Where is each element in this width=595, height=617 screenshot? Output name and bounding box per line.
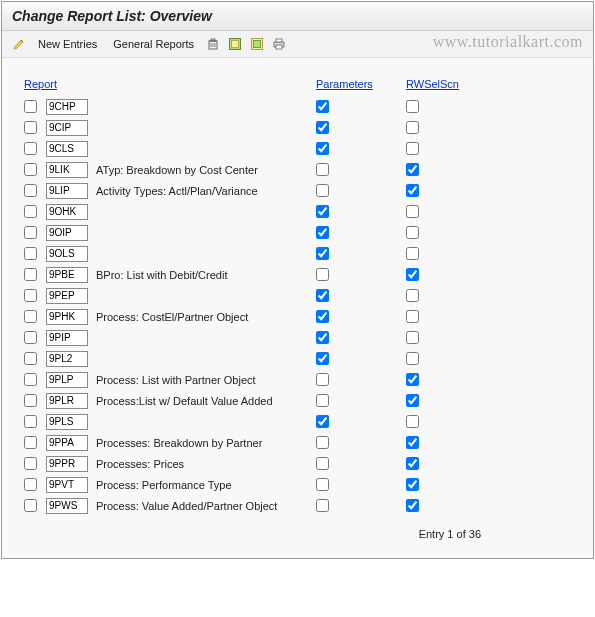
- table-header: Report Parameters RWSelScn: [24, 76, 571, 96]
- deselect-all-icon[interactable]: [248, 35, 266, 53]
- parameters-checkbox[interactable]: [316, 268, 329, 281]
- header-report[interactable]: Report: [24, 78, 96, 90]
- row-select-checkbox[interactable]: [24, 436, 37, 449]
- report-code-input[interactable]: [46, 309, 88, 325]
- rwselscn-checkbox[interactable]: [406, 142, 419, 155]
- report-code-input[interactable]: [46, 456, 88, 472]
- report-code-input[interactable]: [46, 288, 88, 304]
- row-select-checkbox[interactable]: [24, 247, 37, 260]
- row-select-checkbox[interactable]: [24, 268, 37, 281]
- report-code-input[interactable]: [46, 246, 88, 262]
- rwselscn-checkbox[interactable]: [406, 352, 419, 365]
- row-select-checkbox[interactable]: [24, 310, 37, 323]
- report-code-input[interactable]: [46, 351, 88, 367]
- row-select-checkbox[interactable]: [24, 121, 37, 134]
- report-code-input[interactable]: [46, 372, 88, 388]
- print-icon[interactable]: [270, 35, 288, 53]
- header-rwselscn[interactable]: RWSelScn: [406, 78, 476, 90]
- rwselscn-checkbox[interactable]: [406, 478, 419, 491]
- parameters-checkbox[interactable]: [316, 436, 329, 449]
- report-code-input[interactable]: [46, 162, 88, 178]
- parameters-checkbox[interactable]: [316, 205, 329, 218]
- rwselscn-checkbox[interactable]: [406, 121, 419, 134]
- parameters-checkbox[interactable]: [316, 394, 329, 407]
- rwselscn-checkbox[interactable]: [406, 310, 419, 323]
- parameters-checkbox[interactable]: [316, 499, 329, 512]
- report-code-input[interactable]: [46, 330, 88, 346]
- table-row: [24, 96, 571, 117]
- rwselscn-checkbox[interactable]: [406, 415, 419, 428]
- header-parameters[interactable]: Parameters: [316, 78, 406, 90]
- row-select-checkbox[interactable]: [24, 499, 37, 512]
- report-code-input[interactable]: [46, 435, 88, 451]
- rwselscn-checkbox[interactable]: [406, 331, 419, 344]
- rwselscn-checkbox[interactable]: [406, 226, 419, 239]
- rwselscn-checkbox[interactable]: [406, 205, 419, 218]
- row-select-checkbox[interactable]: [24, 289, 37, 302]
- parameters-checkbox[interactable]: [316, 415, 329, 428]
- rwselscn-checkbox[interactable]: [406, 436, 419, 449]
- report-code-input[interactable]: [46, 267, 88, 283]
- row-select-checkbox[interactable]: [24, 457, 37, 470]
- rwselscn-checkbox[interactable]: [406, 163, 419, 176]
- rwselscn-checkbox[interactable]: [406, 457, 419, 470]
- row-select-checkbox[interactable]: [24, 205, 37, 218]
- parameters-checkbox[interactable]: [316, 289, 329, 302]
- rwselscn-checkbox[interactable]: [406, 499, 419, 512]
- new-entries-button[interactable]: New Entries: [32, 35, 103, 53]
- report-description: Process: CostEl/Partner Object: [96, 311, 316, 323]
- rwselscn-checkbox[interactable]: [406, 394, 419, 407]
- row-select-checkbox[interactable]: [24, 100, 37, 113]
- parameters-checkbox[interactable]: [316, 373, 329, 386]
- parameters-checkbox[interactable]: [316, 184, 329, 197]
- report-description: ATyp: Breakdown by Cost Center: [96, 164, 316, 176]
- parameters-checkbox[interactable]: [316, 163, 329, 176]
- parameters-checkbox[interactable]: [316, 226, 329, 239]
- parameters-checkbox[interactable]: [316, 331, 329, 344]
- row-select-checkbox[interactable]: [24, 331, 37, 344]
- rwselscn-checkbox[interactable]: [406, 268, 419, 281]
- select-all-icon[interactable]: [226, 35, 244, 53]
- general-reports-button[interactable]: General Reports: [107, 35, 200, 53]
- row-select-checkbox[interactable]: [24, 352, 37, 365]
- edit-icon[interactable]: [10, 35, 28, 53]
- report-code-input[interactable]: [46, 99, 88, 115]
- parameters-checkbox[interactable]: [316, 142, 329, 155]
- parameters-checkbox[interactable]: [316, 310, 329, 323]
- delete-icon[interactable]: [204, 35, 222, 53]
- table-row: Process: CostEl/Partner Object: [24, 306, 571, 327]
- parameters-checkbox[interactable]: [316, 247, 329, 260]
- parameters-checkbox[interactable]: [316, 478, 329, 491]
- row-select-checkbox[interactable]: [24, 394, 37, 407]
- report-code-input[interactable]: [46, 141, 88, 157]
- report-code-input[interactable]: [46, 477, 88, 493]
- rwselscn-checkbox[interactable]: [406, 100, 419, 113]
- parameters-checkbox[interactable]: [316, 352, 329, 365]
- report-description: Process: Performance Type: [96, 479, 316, 491]
- row-select-checkbox[interactable]: [24, 142, 37, 155]
- rwselscn-checkbox[interactable]: [406, 373, 419, 386]
- report-code-input[interactable]: [46, 393, 88, 409]
- rwselscn-checkbox[interactable]: [406, 184, 419, 197]
- report-description: Process:List w/ Default Value Added: [96, 395, 316, 407]
- report-code-input[interactable]: [46, 414, 88, 430]
- report-code-input[interactable]: [46, 498, 88, 514]
- content-area: Report Parameters RWSelScn ATyp: Breakdo…: [2, 58, 593, 558]
- parameters-checkbox[interactable]: [316, 457, 329, 470]
- parameters-checkbox[interactable]: [316, 100, 329, 113]
- parameters-checkbox[interactable]: [316, 121, 329, 134]
- row-select-checkbox[interactable]: [24, 163, 37, 176]
- report-description: BPro: List with Debit/Credit: [96, 269, 316, 281]
- row-select-checkbox[interactable]: [24, 478, 37, 491]
- report-code-input[interactable]: [46, 120, 88, 136]
- row-select-checkbox[interactable]: [24, 184, 37, 197]
- report-code-input[interactable]: [46, 204, 88, 220]
- rwselscn-checkbox[interactable]: [406, 247, 419, 260]
- table-row: Process:List w/ Default Value Added: [24, 390, 571, 411]
- row-select-checkbox[interactable]: [24, 373, 37, 386]
- rwselscn-checkbox[interactable]: [406, 289, 419, 302]
- report-code-input[interactable]: [46, 225, 88, 241]
- row-select-checkbox[interactable]: [24, 226, 37, 239]
- report-code-input[interactable]: [46, 183, 88, 199]
- row-select-checkbox[interactable]: [24, 415, 37, 428]
